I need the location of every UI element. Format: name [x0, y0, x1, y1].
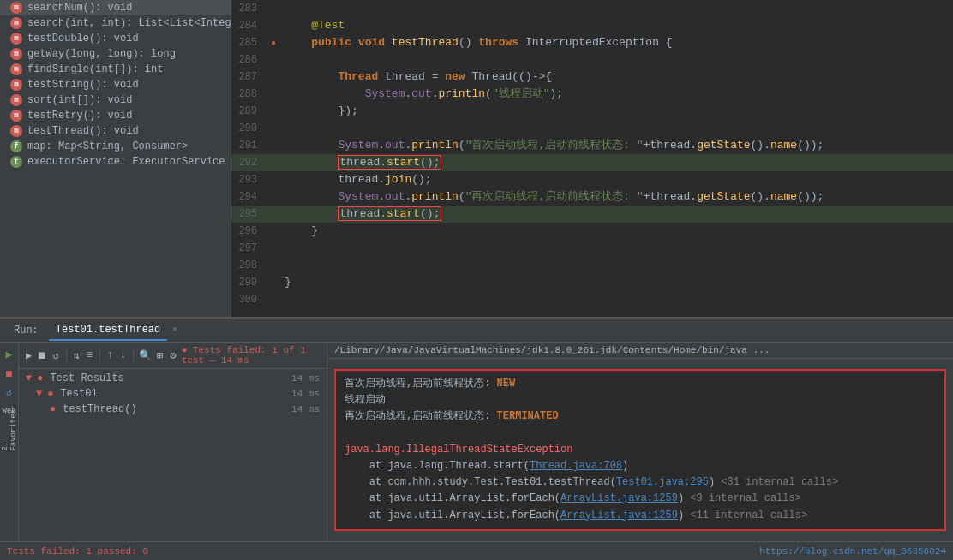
arraylist-link-1[interactable]: ArrayList.java:1259 [560, 492, 678, 504]
filter-button[interactable]: ≡ [85, 349, 94, 362]
code-line-292: 292 thread.start(); [231, 154, 953, 171]
method-icon: m [10, 17, 22, 29]
method-icon: m [10, 48, 22, 60]
stop-tests-button[interactable]: ⏹ [37, 349, 47, 362]
rerun-button[interactable]: ↺ [51, 349, 60, 362]
sidebar-item-testString[interactable]: m testString(): void [0, 77, 231, 92]
output-line-2: 线程启动 [345, 392, 936, 408]
status-url[interactable]: https://blog.csdn.net/qq_36856024 [759, 546, 946, 557]
test01-time: 14 ms [291, 389, 320, 399]
collapse-button[interactable]: ↓ [118, 349, 128, 362]
expand-button[interactable]: ↑ [105, 349, 115, 362]
test01-link[interactable]: Test01.java:295 [616, 476, 709, 488]
field-icon: f [10, 156, 22, 168]
run-icon: ▶ [6, 348, 13, 361]
code-editor: 283 284 @Test 285 ● public void testThre… [231, 0, 953, 317]
fail-icon-results: ▼ [26, 372, 32, 384]
internal-calls-2: <9 internal calls> [690, 492, 801, 504]
sidebar-label: executorService: ExecutorService [27, 156, 225, 168]
test-row-test01[interactable]: ▼ ● Test01 14 ms [19, 386, 327, 402]
output-line-1: 首次启动线程,启动前线程状态: NEW [345, 376, 936, 392]
test-status-badge: ● Tests failed: 1 of 1 test — 14 ms [182, 345, 321, 366]
output-path: /Library/Java/JavaVirtualMachines/jdk1.8… [327, 343, 953, 359]
method-icon: m [10, 94, 22, 106]
sidebar-item-testThread[interactable]: m testThread(): void [0, 123, 231, 139]
fail-circle-testThread: ● [50, 403, 56, 415]
sidebar-item-searchNum[interactable]: m searchNum(): void [0, 0, 231, 15]
method-icon: m [10, 33, 22, 45]
method-icon: m [10, 79, 22, 91]
output-stack-3: at java.util.ArrayList.forEach(ArrayList… [345, 491, 936, 507]
internal-calls-3: <11 internal calls> [690, 509, 807, 521]
code-line-296: 296 } [231, 223, 953, 240]
code-line-297: 297 [231, 240, 953, 257]
sidebar-label: searchNum(): void [27, 2, 132, 14]
internal-calls-1: <31 internal calls> [721, 476, 838, 488]
code-line-295: 295 thread.start(); [231, 206, 953, 223]
test-row-results[interactable]: ▼ ● Test Results 14 ms [19, 371, 327, 386]
test-results-time: 14 ms [291, 373, 320, 384]
fail-circle-test01: ● [47, 388, 53, 400]
sidebar-label: testRetry(): void [27, 110, 132, 122]
left-vertical-tabs: ▶ ⏹ ↺ Web 2: Favorites [0, 343, 19, 541]
output-stack-1: at java.lang.Thread.start(Thread.java:70… [345, 458, 936, 474]
breakpoint-marker: ● [271, 39, 276, 48]
state-terminated: TERMINATED [497, 410, 559, 422]
status-bar: Tests failed: 1 passed: 0 https://blog.c… [0, 541, 953, 560]
tab-close-button[interactable]: × [172, 325, 177, 335]
code-line-287: 287 Thread thread = new Thread(()->{ [231, 69, 953, 86]
sidebar-item-findSingle[interactable]: m findSingle(int[]): int [0, 62, 231, 77]
method-icon: m [10, 110, 22, 122]
output-exception: java.lang.IllegalThreadStateException [345, 442, 936, 458]
sidebar-label: getway(long, long): long [27, 48, 176, 60]
code-line-284: 284 @Test [231, 17, 953, 34]
thread-link[interactable]: Thread.java:708 [530, 460, 622, 472]
vtab-stop[interactable]: ⏹ [1, 365, 18, 382]
sidebar-item-testRetry[interactable]: m testRetry(): void [0, 108, 231, 123]
sidebar-item-map[interactable]: f map: Map<String, Consumer> [0, 139, 231, 154]
separator-2 [99, 349, 100, 362]
vtab-favorites[interactable]: 2: Favorites [1, 421, 18, 438]
code-line-294: 294 System.out.println("再次启动线程,启动前线程状态: … [231, 188, 953, 206]
sidebar-label: map: Map<String, Consumer> [27, 140, 188, 152]
code-line-290: 290 [231, 120, 953, 137]
code-line-291: 291 System.out.println("首次启动线程,启动前线程状态: … [231, 137, 953, 154]
sidebar-item-search[interactable]: m search(int, int): List<List<Integer... [0, 15, 231, 31]
test-results-panel: ▶ ⏹ ↺ ⇅ ≡ ↑ ↓ 🔍 ⊞ ⚙ ● Tests failed: 1 of… [19, 343, 327, 541]
favorites-icon: 2: Favorites [1, 409, 18, 451]
separator-3 [133, 349, 134, 362]
sidebar-label: findSingle(int[]): int [27, 63, 163, 75]
code-line-293: 293 thread.join(); [231, 171, 953, 188]
code-line-289: 289 }); [231, 103, 953, 120]
run-tests-button[interactable]: ▶ [24, 349, 33, 362]
sidebar-item-testDouble[interactable]: m testDouble(): void [0, 31, 231, 46]
sidebar-label: testThread(): void [27, 125, 139, 137]
testThread-label: testThread() [63, 403, 136, 415]
test-row-testThread[interactable]: ● testThread() 14 ms [19, 402, 327, 417]
state-new: NEW [497, 378, 516, 390]
code-line-285: 285 ● public void testThread() throws In… [231, 34, 953, 51]
status-fail-text: Tests failed: 1 passed: 0 [7, 546, 148, 557]
test-results-label: Test Results [50, 372, 123, 384]
sidebar-item-executorService[interactable]: f executorService: ExecutorService [0, 154, 231, 170]
bottom-tabs-bar: Run: Test01.testThread × [0, 319, 953, 343]
output-line-4 [345, 426, 936, 442]
code-line-300: 300 [231, 291, 953, 308]
method-icon: m [10, 63, 22, 75]
export-button[interactable]: ⊞ [155, 349, 165, 362]
search-tests-button[interactable]: 🔍 [139, 349, 152, 362]
vtab-rerun[interactable]: ↺ [1, 384, 18, 401]
tab-testThread[interactable]: Test01.testThread [49, 320, 167, 341]
sidebar-item-getway[interactable]: m getway(long, long): long [0, 46, 231, 62]
sidebar-item-sort[interactable]: m sort(int[]): void [0, 92, 231, 108]
output-content: 首次启动线程,启动前线程状态: NEW 线程启动 再次启动线程,启动前线程状态:… [327, 359, 953, 541]
arraylist-link-2[interactable]: ArrayList.java:1259 [560, 509, 678, 521]
vtab-run[interactable]: ▶ [1, 346, 18, 363]
stop-icon: ⏹ [4, 368, 14, 379]
output-line-3: 再次启动线程,启动前线程状态: TERMINATED [345, 408, 936, 425]
code-line-299: 299 } [231, 274, 953, 291]
sort-button[interactable]: ⇅ [71, 349, 81, 362]
sidebar-label: testString(): void [27, 79, 139, 91]
bottom-panel: Run: Test01.testThread × ▶ ⏹ ↺ Web 2: Fa… [0, 317, 953, 541]
settings-button[interactable]: ⚙ [168, 349, 177, 362]
